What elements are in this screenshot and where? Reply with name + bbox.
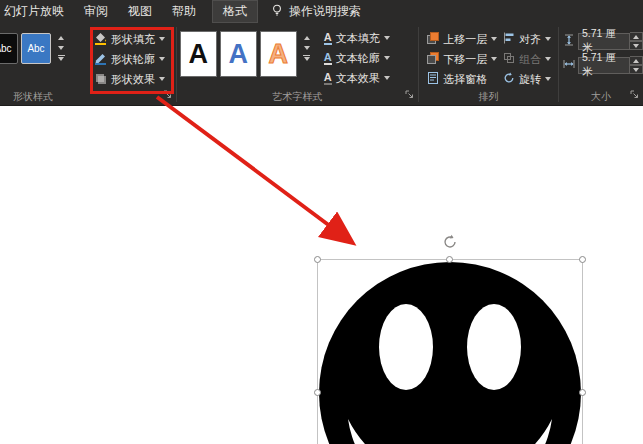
shape-outline-icon — [94, 52, 107, 67]
selection-pane-button[interactable]: 选择窗格 — [425, 69, 499, 89]
up-arrow-icon — [304, 36, 310, 40]
tell-me-label: 操作说明搜索 — [289, 3, 361, 20]
shape-styles-dialog-launcher-icon[interactable] — [163, 85, 172, 103]
selection-pane-label: 选择窗格 — [443, 72, 487, 87]
shape-style-tile-1[interactable]: Abc — [0, 33, 18, 64]
shape-height-input[interactable]: 5.71 厘米 — [578, 33, 630, 50]
text-fill-label: 文本填充 — [336, 31, 380, 46]
shape-height-icon — [563, 32, 575, 50]
dropdown-arrow-icon — [545, 77, 551, 81]
rotate-label: 旋转 — [519, 72, 541, 87]
more-icon — [303, 55, 310, 56]
shape-width-icon — [563, 56, 575, 74]
dropdown-arrow-icon — [159, 37, 165, 41]
lightbulb-icon — [270, 3, 284, 20]
send-backward-button[interactable]: 下移一层 — [425, 49, 499, 69]
tab-review[interactable]: 审阅 — [74, 0, 118, 23]
tab-help[interactable]: 帮助 — [162, 0, 206, 23]
send-backward-icon — [427, 52, 439, 66]
align-label: 对齐 — [519, 32, 541, 47]
tab-format[interactable]: 格式 — [212, 0, 258, 23]
resize-handle-top-middle[interactable] — [446, 256, 453, 263]
rotate-handle-icon[interactable] — [442, 234, 458, 254]
wordart-more-button[interactable] — [300, 53, 314, 63]
rotate-icon — [503, 72, 515, 86]
height-increase-button[interactable] — [630, 32, 643, 41]
shape-fill-button[interactable]: 形状填充 — [92, 29, 167, 49]
shape-styles-group-label: 形状样式 — [0, 90, 176, 105]
shape-width-input[interactable]: 5.71 厘米 — [578, 57, 630, 74]
wordart-style-tile-1[interactable]: A — [180, 31, 217, 77]
gallery-scroll-down-button[interactable] — [54, 43, 68, 53]
group-shape-styles: Abc Abc 形状填充 形状轮廓 — [0, 23, 176, 105]
tab-slideshow[interactable]: 幻灯片放映 — [0, 0, 74, 23]
size-dialog-launcher-icon[interactable] — [630, 85, 639, 103]
text-effects-button[interactable]: A 文本效果 — [322, 68, 392, 88]
shape-style-tile-2[interactable]: Abc — [21, 33, 51, 64]
down-arrow-icon — [304, 57, 310, 61]
down-arrow-icon — [633, 44, 639, 48]
resize-handle-top-left[interactable] — [314, 256, 321, 263]
resize-handle-middle-left[interactable] — [314, 389, 321, 396]
tell-me-search[interactable]: 操作说明搜索 — [262, 0, 369, 23]
dropdown-arrow-icon — [159, 57, 165, 61]
up-arrow-icon — [58, 36, 64, 40]
bring-forward-icon — [427, 32, 439, 46]
dropdown-arrow-icon — [491, 57, 497, 61]
dropdown-arrow-icon — [384, 36, 390, 40]
shape-fill-icon — [94, 32, 107, 47]
text-outline-icon: A — [324, 52, 332, 65]
shape-fill-label: 形状填充 — [111, 32, 155, 47]
shape-effects-icon — [94, 72, 107, 87]
shape-outline-button[interactable]: 形状轮廓 — [92, 49, 167, 69]
shape-effects-label: 形状效果 — [111, 72, 155, 87]
down-arrow-icon — [633, 68, 639, 72]
dropdown-arrow-icon — [384, 56, 390, 60]
gallery-scroll-up-button[interactable] — [54, 33, 68, 43]
smiley-face-graphic — [318, 260, 582, 444]
tab-view[interactable]: 视图 — [118, 0, 162, 23]
gallery-more-button[interactable] — [54, 53, 68, 63]
bring-forward-label: 上移一层 — [443, 32, 487, 47]
dropdown-arrow-icon — [545, 57, 551, 61]
resize-handle-top-right[interactable] — [579, 256, 586, 263]
ribbon-tab-bar: 幻灯片放映 审阅 视图 帮助 格式 操作说明搜索 — [0, 0, 643, 23]
shape-outline-label: 形状轮廓 — [111, 52, 155, 67]
dropdown-arrow-icon — [491, 37, 497, 41]
wordart-style-tile-2[interactable]: A — [220, 31, 257, 77]
arrange-group-label: 排列 — [419, 90, 558, 105]
dropdown-arrow-icon — [545, 37, 551, 41]
align-button[interactable]: 对齐 — [501, 29, 553, 49]
shape-effects-button[interactable]: 形状效果 — [92, 69, 167, 89]
ribbon: Abc Abc 形状填充 形状轮廓 — [0, 23, 643, 106]
more-icon — [58, 55, 65, 56]
rotate-button[interactable]: 旋转 — [501, 69, 553, 89]
wordart-scroll-down-button[interactable] — [300, 43, 314, 53]
dropdown-arrow-icon — [159, 77, 165, 81]
text-outline-button[interactable]: A 文本轮廓 — [322, 48, 392, 68]
smiley-shape[interactable] — [317, 259, 583, 444]
wordart-scroll-up-button[interactable] — [300, 33, 314, 43]
text-fill-button[interactable]: A 文本填充 — [322, 28, 392, 48]
align-icon — [503, 32, 515, 46]
down-arrow-icon — [58, 57, 64, 61]
group-objects-icon — [503, 52, 515, 66]
wordart-dialog-launcher-icon[interactable] — [405, 85, 414, 103]
text-fill-icon: A — [324, 32, 332, 45]
wordart-group-label: 艺术字样式 — [177, 90, 419, 105]
resize-handle-middle-right[interactable] — [579, 389, 586, 396]
height-decrease-button[interactable] — [630, 41, 643, 50]
send-backward-label: 下移一层 — [443, 52, 487, 67]
down-arrow-icon — [58, 46, 64, 50]
width-decrease-button[interactable] — [630, 65, 643, 74]
up-arrow-icon — [633, 35, 639, 39]
group-objects-button[interactable]: 组合 — [501, 49, 553, 69]
down-arrow-icon — [304, 46, 310, 50]
text-effects-icon: A — [324, 72, 332, 85]
width-increase-button[interactable] — [630, 56, 643, 65]
slide-canvas[interactable] — [0, 107, 643, 444]
wordart-style-tile-3[interactable]: A — [260, 31, 297, 77]
group-arrange: 上移一层 下移一层 选择窗格 — [419, 23, 558, 105]
text-effects-label: 文本效果 — [336, 71, 380, 86]
bring-forward-button[interactable]: 上移一层 — [425, 29, 499, 49]
